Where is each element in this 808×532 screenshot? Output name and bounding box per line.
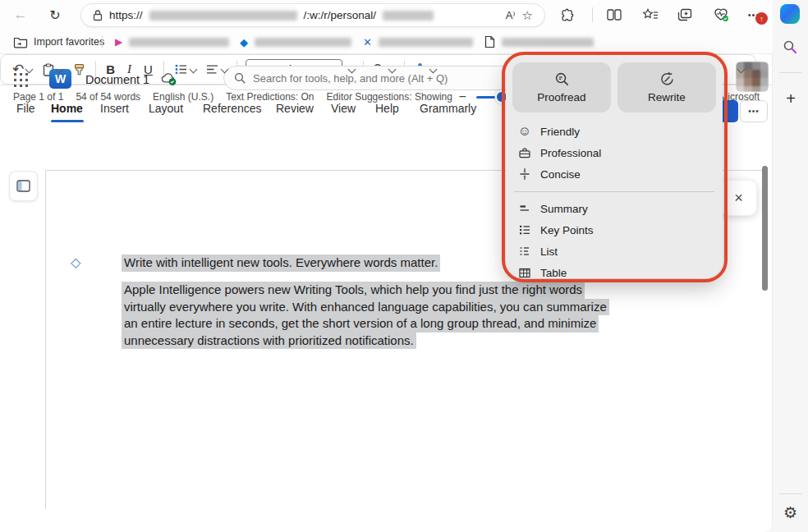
- format-option-list[interactable]: List: [512, 241, 716, 262]
- status-word-count[interactable]: 54 of 54 words: [76, 91, 140, 103]
- folder-import-icon: [13, 36, 28, 48]
- collections-icon[interactable]: [641, 6, 659, 24]
- doc-line: unnecessary distractions with prioritize…: [122, 332, 416, 350]
- bookmark-play-icon: ▶: [115, 36, 122, 48]
- browser-back-button[interactable]: ←: [11, 5, 30, 25]
- sidebar-divider: [779, 72, 801, 73]
- tone-option-professional[interactable]: Professional: [512, 142, 716, 163]
- tone-label: Professional: [540, 147, 601, 159]
- redacted-url-segment: [383, 11, 434, 21]
- format-label: Key Points: [540, 224, 594, 236]
- briefcase-icon: [517, 147, 532, 159]
- menu-item-view[interactable]: View: [331, 102, 356, 115]
- toolbar-divider: [592, 7, 593, 22]
- bookmark-item[interactable]: ▶: [115, 33, 229, 51]
- nav-pane-toggle[interactable]: [9, 171, 38, 201]
- document-title[interactable]: Document 1: [85, 73, 149, 86]
- menu-item-file[interactable]: File: [16, 102, 35, 115]
- rewrite-icon: [659, 71, 675, 87]
- format-painter-button[interactable]: [73, 63, 85, 76]
- bookmark-diamond-icon: ◆: [240, 36, 248, 48]
- app-search-bar[interactable]: [223, 66, 526, 90]
- menu-item-review[interactable]: Review: [276, 102, 314, 115]
- align-button[interactable]: [206, 64, 218, 75]
- edge-sidebar: + ⚙: [773, 0, 808, 532]
- sidebar-add-button[interactable]: +: [783, 89, 799, 108]
- waffle-icon: [12, 71, 29, 88]
- status-editor-suggestions[interactable]: Editor Suggestions: Showing: [327, 91, 452, 103]
- update-badge: ↑: [755, 12, 768, 25]
- menu-item-layout[interactable]: Layout: [149, 102, 183, 115]
- paintbrush-icon: [73, 63, 85, 76]
- url-scheme-text: https://: [109, 9, 143, 21]
- menu-more-button[interactable]: •••: [740, 100, 768, 122]
- tone-option-friendly[interactable]: ☺ Friendly: [512, 121, 716, 142]
- app-search-input[interactable]: [253, 72, 499, 85]
- autosave-cloud-icon[interactable]: [159, 71, 178, 89]
- tab-groups-icon[interactable]: [676, 6, 694, 24]
- redacted-bookmark-label: [502, 38, 594, 47]
- sidebar-toggle-icon: [16, 180, 30, 192]
- margin-copilot-marker[interactable]: ◇: [71, 255, 80, 270]
- redacted-bookmark-label: [379, 38, 473, 47]
- list-icon: [517, 245, 532, 258]
- format-label: Summary: [540, 203, 588, 215]
- url-path-text: /:w:/r/personal/: [304, 9, 377, 21]
- status-page[interactable]: Page 1 of 1: [13, 91, 63, 103]
- doc-heading: Write with intelligent new tools. Everyw…: [122, 255, 440, 272]
- writing-tools-popup: Proofread Rewrite ☺ Friendly Professiona…: [506, 56, 723, 278]
- read-aloud-icon[interactable]: A⁾: [506, 9, 516, 21]
- table-icon: [517, 267, 532, 279]
- rewrite-button[interactable]: Rewrite: [617, 62, 716, 112]
- search-icon: [234, 72, 246, 85]
- import-favorites-label: Import favorites: [34, 36, 104, 48]
- browser-refresh-button[interactable]: ↻: [46, 5, 64, 25]
- import-favorites-button[interactable]: Import favorites: [13, 33, 104, 51]
- lock-icon: [93, 9, 103, 21]
- format-option-key-points[interactable]: Key Points: [512, 219, 716, 241]
- menu-item-references[interactable]: References: [203, 102, 262, 115]
- sidebar-divider: [779, 493, 801, 494]
- concise-icon: [517, 167, 532, 181]
- close-button[interactable]: ×: [720, 180, 757, 216]
- smiley-icon: ☺: [517, 124, 532, 139]
- menu-item-help[interactable]: Help: [375, 102, 399, 115]
- browser-essentials-icon[interactable]: [712, 6, 730, 24]
- align-icon: [206, 64, 218, 75]
- bookmark-item[interactable]: [484, 33, 594, 51]
- doc-line: Apple Intelligence powers new Writing To…: [122, 282, 585, 299]
- format-option-summary[interactable]: Summary: [512, 198, 716, 219]
- menu-item-grammarly[interactable]: Grammarly: [420, 102, 476, 115]
- bookmarks-divider: [102, 35, 103, 48]
- proofread-label: Proofread: [537, 91, 585, 103]
- doc-line: an entire lecture in seconds, get the sh…: [122, 315, 599, 332]
- tone-option-concise[interactable]: Concise: [512, 163, 716, 185]
- favorite-star-icon[interactable]: ☆: [522, 8, 533, 23]
- popup-divider: [514, 191, 714, 192]
- doc-line: virtually everywhere you write. With enh…: [122, 299, 609, 316]
- extensions-icon[interactable]: [559, 6, 577, 24]
- bookmark-item[interactable]: ◆: [240, 33, 351, 51]
- page-icon: [484, 35, 495, 48]
- bookmark-item[interactable]: ✕: [363, 33, 473, 51]
- list-chevron-icon[interactable]: [189, 66, 197, 74]
- menu-item-insert[interactable]: Insert: [100, 102, 129, 115]
- split-screen-icon[interactable]: [605, 6, 623, 24]
- active-tab-underline: [51, 120, 84, 122]
- doc-scrollbar[interactable]: [762, 166, 768, 291]
- status-text-predictions[interactable]: Text Predictions: On: [226, 91, 314, 103]
- format-option-table[interactable]: Table: [512, 262, 716, 283]
- proofread-button[interactable]: Proofread: [512, 62, 611, 112]
- status-language[interactable]: English (U.S.): [153, 91, 213, 103]
- format-label: Table: [540, 267, 567, 279]
- redacted-bookmark-label: [255, 38, 351, 47]
- sidebar-gear-icon[interactable]: ⚙: [781, 502, 800, 522]
- sidebar-search-icon[interactable]: [782, 39, 798, 55]
- copilot-icon[interactable]: [780, 4, 800, 24]
- address-bar[interactable]: https:// /:w:/r/personal/ A⁾ ☆: [80, 3, 545, 27]
- redacted-bookmark-label: [129, 38, 229, 47]
- clipped-blue-button[interactable]: [720, 100, 738, 122]
- bookmarks-bar: Import favorites ▶ ◆ ✕: [0, 30, 773, 54]
- app-launcher-button[interactable]: [11, 70, 30, 89]
- menu-item-home[interactable]: Home: [51, 102, 83, 115]
